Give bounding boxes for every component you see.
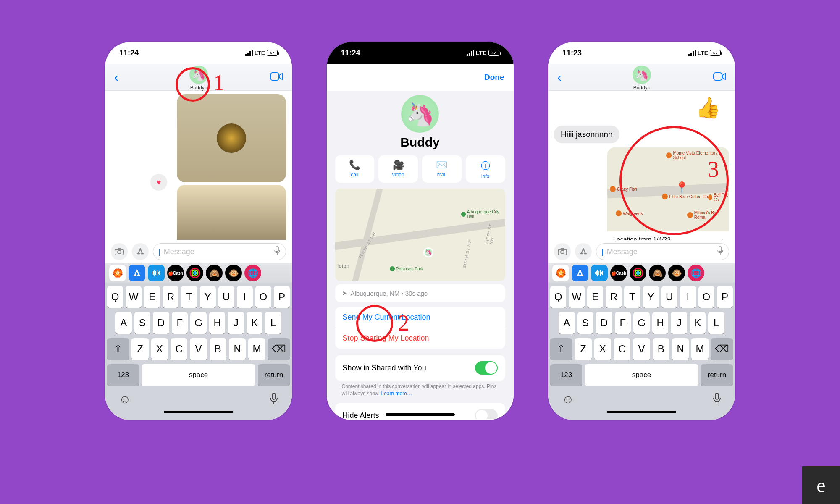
- key-k[interactable]: K: [690, 312, 706, 334]
- key-r[interactable]: R: [606, 286, 622, 308]
- space-key[interactable]: space: [585, 364, 698, 386]
- key-j[interactable]: J: [228, 312, 244, 334]
- app-animoji[interactable]: 🐵: [225, 265, 242, 281]
- location-status-row[interactable]: ➤ Albuquerque, NM • 30s ago: [335, 284, 505, 302]
- key-m[interactable]: M: [248, 338, 265, 360]
- message-input[interactable]: |iMessage: [596, 243, 729, 260]
- mail-button[interactable]: ✉️mail: [422, 155, 462, 183]
- key-u[interactable]: U: [662, 286, 677, 308]
- numbers-key[interactable]: 123: [107, 364, 139, 386]
- key-n[interactable]: N: [229, 338, 246, 360]
- app-cash[interactable]: 🍎Cash: [610, 265, 627, 281]
- shared-with-you-toggle[interactable]: [475, 361, 498, 375]
- key-b[interactable]: B: [653, 338, 669, 360]
- app-store[interactable]: [572, 265, 588, 281]
- key-x[interactable]: X: [594, 338, 611, 360]
- app-more[interactable]: 🌐: [688, 265, 704, 281]
- key-w[interactable]: W: [126, 286, 142, 308]
- app-animoji[interactable]: 🐵: [668, 265, 685, 281]
- key-l[interactable]: L: [708, 312, 724, 334]
- facetime-button[interactable]: [713, 71, 726, 84]
- key-r[interactable]: R: [163, 286, 178, 308]
- key-a[interactable]: A: [559, 312, 575, 334]
- received-bubble[interactable]: Hiiii jasonnnnn: [554, 126, 620, 143]
- app-strip[interactable]: 🏵️ 🍎Cash 🙈 🐵 🌐: [548, 263, 735, 283]
- key-e[interactable]: E: [144, 286, 160, 308]
- home-indicator[interactable]: [607, 411, 676, 413]
- numbers-key[interactable]: 123: [550, 364, 582, 386]
- key-g[interactable]: G: [190, 312, 207, 334]
- key-h[interactable]: H: [652, 312, 669, 334]
- app-more[interactable]: 🌐: [244, 265, 261, 281]
- call-button[interactable]: 📞call: [335, 155, 375, 183]
- app-strip[interactable]: 🏵️ 🍎Cash 🙈 🐵 🌐: [105, 263, 292, 283]
- key-t[interactable]: T: [624, 286, 640, 308]
- backspace-key[interactable]: ⌫: [268, 338, 290, 360]
- video-button[interactable]: 🎥video: [378, 155, 418, 183]
- key-q[interactable]: Q: [107, 286, 123, 308]
- shared-location-map[interactable]: TENTH ST NW SIXTH ST NW FIFTH ST NW Albu…: [335, 189, 505, 281]
- tapback-heart[interactable]: ♥: [150, 174, 167, 191]
- app-store[interactable]: [129, 265, 145, 281]
- facetime-button[interactable]: [270, 71, 283, 84]
- key-b[interactable]: B: [210, 338, 226, 360]
- send-current-location[interactable]: Send My Current Location: [335, 307, 505, 328]
- key-i[interactable]: I: [237, 286, 253, 308]
- key-t[interactable]: T: [181, 286, 197, 308]
- conversation-body[interactable]: 👍 Hiiii jasonnnnn Monte Vista Elementary…: [548, 91, 735, 240]
- message-input[interactable]: |iMessage: [153, 243, 286, 260]
- app-photos[interactable]: 🏵️: [109, 265, 126, 281]
- keyboard[interactable]: QWERTYUIOP ASDFGHJKL ⇧ZXCVBNM⌫ 123 space…: [548, 283, 735, 420]
- app-fitness[interactable]: [186, 265, 203, 281]
- key-c[interactable]: C: [614, 338, 630, 360]
- key-s[interactable]: S: [578, 312, 594, 334]
- app-memoji[interactable]: 🙈: [206, 265, 223, 281]
- key-v[interactable]: V: [190, 338, 207, 360]
- key-j[interactable]: J: [671, 312, 687, 334]
- sent-image-1[interactable]: [177, 94, 286, 182]
- key-z[interactable]: Z: [575, 338, 591, 360]
- key-x[interactable]: X: [151, 338, 168, 360]
- return-key[interactable]: return: [258, 364, 290, 386]
- shift-key[interactable]: ⇧: [550, 338, 572, 360]
- dictate-key[interactable]: [270, 393, 278, 407]
- key-c[interactable]: C: [171, 338, 187, 360]
- conversation-body[interactable]: ♥: [105, 91, 292, 240]
- dictate-key[interactable]: [713, 393, 721, 407]
- contact-avatar-large[interactable]: 🦄: [401, 95, 439, 133]
- key-i[interactable]: I: [680, 286, 696, 308]
- key-z[interactable]: Z: [131, 338, 148, 360]
- key-u[interactable]: U: [218, 286, 234, 308]
- key-f[interactable]: F: [615, 312, 631, 334]
- home-indicator[interactable]: [386, 413, 455, 416]
- contact-details-body[interactable]: 🦄 Buddy 📞call 🎥video ✉️mail ⓘinfo TENTH …: [327, 91, 514, 419]
- key-f[interactable]: F: [172, 312, 188, 334]
- key-o[interactable]: O: [698, 286, 714, 308]
- back-button[interactable]: ‹: [557, 70, 562, 84]
- key-p[interactable]: P: [274, 286, 290, 308]
- key-o[interactable]: O: [255, 286, 271, 308]
- app-music[interactable]: [148, 265, 165, 281]
- app-memoji[interactable]: 🙈: [649, 265, 666, 281]
- contact-header-button[interactable]: 🦄 Buddy›: [633, 66, 651, 91]
- camera-button[interactable]: [111, 243, 128, 260]
- key-v[interactable]: V: [633, 338, 650, 360]
- key-p[interactable]: P: [717, 286, 733, 308]
- home-indicator[interactable]: [164, 411, 233, 413]
- hide-alerts-toggle[interactable]: [475, 409, 498, 419]
- learn-more-link[interactable]: Learn more…: [381, 391, 412, 396]
- key-w[interactable]: W: [569, 286, 585, 308]
- backspace-key[interactable]: ⌫: [711, 338, 733, 360]
- sent-emoji-thumbsup[interactable]: 👍: [554, 94, 729, 124]
- appstore-button[interactable]: [132, 243, 149, 260]
- key-y[interactable]: Y: [643, 286, 659, 308]
- space-key[interactable]: space: [142, 364, 255, 386]
- key-l[interactable]: L: [265, 312, 281, 334]
- done-button[interactable]: Done: [484, 73, 504, 82]
- emoji-key[interactable]: ☺: [119, 393, 131, 407]
- app-cash[interactable]: 🍎Cash: [167, 265, 184, 281]
- dictation-icon[interactable]: [274, 246, 281, 257]
- key-g[interactable]: G: [633, 312, 650, 334]
- key-a[interactable]: A: [116, 312, 132, 334]
- sent-image-2[interactable]: [177, 185, 286, 240]
